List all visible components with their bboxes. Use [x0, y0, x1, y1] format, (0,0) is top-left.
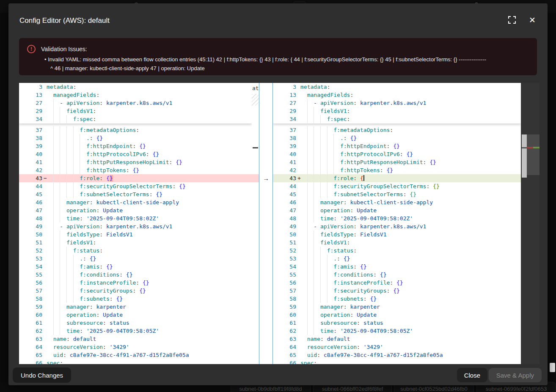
- code-line[interactable]: 50 fieldsType: FieldsV1: [19, 230, 252, 238]
- code-line[interactable]: 59 manager: karpenter: [19, 303, 252, 311]
- code-text: operation: Update: [47, 311, 252, 319]
- code-line[interactable]: 47 operation: Update: [273, 206, 521, 214]
- code-line[interactable]: 64 resourceVersion: '3429': [273, 343, 521, 351]
- code-line[interactable]: 56 f:instanceProfile: {}: [273, 279, 521, 287]
- code-line[interactable]: 65 uid: c8afe97e-38cc-4f91-a767-d15f2a8f…: [273, 351, 521, 359]
- code-line[interactable]: 58 f:subnets: {}: [273, 295, 521, 303]
- code-line[interactable]: 66spec:: [19, 359, 252, 364]
- code-line[interactable]: 46 manager: kubectl-client-side-apply: [19, 198, 252, 206]
- sticky-line[interactable]: 3metadata:: [273, 83, 521, 91]
- code-line[interactable]: 66spec:: [273, 359, 521, 364]
- code-line[interactable]: 52 f:status:: [19, 247, 252, 255]
- code-line[interactable]: 41 f:httpPutResponseHopLimit: {}: [19, 158, 252, 166]
- code-rows-left[interactable]: 37 f:metadataOptions:38 .: {}39 f:httpEn…: [19, 123, 252, 364]
- code-line[interactable]: 49 - apiVersion: karpenter.k8s.aws/v1: [273, 222, 521, 230]
- code-line[interactable]: 42 f:httpTokens: {}: [273, 166, 521, 174]
- code-line[interactable]: 39 f:httpEndpoint: {}: [273, 142, 521, 150]
- code-line[interactable]: 43− f:role: {}: [19, 174, 252, 182]
- code-line[interactable]: 62 time: '2025-09-04T09:58:05Z': [273, 327, 521, 335]
- code-line[interactable]: 61 subresource: status: [19, 319, 252, 327]
- diff-marker: [297, 115, 300, 123]
- code-line[interactable]: 65 uid: c8afe97e-38cc-4f91-a767-d15f2a8f…: [19, 351, 252, 359]
- sticky-line[interactable]: 13 managedFields:: [273, 91, 521, 99]
- code-line[interactable]: 48 time: '2025-09-04T09:58:02Z': [273, 214, 521, 222]
- fullscreen-button[interactable]: [508, 16, 516, 25]
- code-line[interactable]: 56 f:instanceProfile: {}: [19, 279, 252, 287]
- code-line[interactable]: 57 f:securityGroups: {}: [19, 287, 252, 295]
- code-text: f:spec:: [47, 115, 252, 123]
- code-line[interactable]: 40 f:httpProtocolIPv6: {}: [273, 150, 521, 158]
- sticky-line[interactable]: 13 managedFields:: [19, 91, 252, 99]
- code-line[interactable]: 64 resourceVersion: '3429': [19, 343, 252, 351]
- sticky-line[interactable]: 29 fieldsV1:: [273, 107, 521, 115]
- code-line[interactable]: 52 f:status:: [273, 247, 521, 255]
- code-line[interactable]: 45 f:subnetSelectorTerms: {}: [19, 190, 252, 198]
- sticky-line[interactable]: 3metadata:: [19, 83, 252, 91]
- code-line[interactable]: 38 .: {}: [273, 134, 521, 142]
- code-line[interactable]: 46 manager: kubectl-client-side-apply: [273, 198, 521, 206]
- code-line[interactable]: 61 subresource: status: [273, 319, 521, 327]
- code-line[interactable]: 58 f:subnets: {}: [19, 295, 252, 303]
- code-line[interactable]: 51 fieldsV1:: [19, 238, 252, 247]
- sticky-line[interactable]: 27 - apiVersion: karpenter.k8s.aws/v1: [273, 99, 521, 107]
- overview-ruler: [521, 83, 539, 364]
- close-button[interactable]: ✕: [528, 16, 537, 25]
- code-line[interactable]: 38 .: {}: [19, 134, 252, 142]
- undo-changes-button[interactable]: Undo Changes: [13, 367, 71, 383]
- code-text: f:conditions: {}: [47, 271, 252, 279]
- code-line[interactable]: 37 f:metadataOptions:: [273, 126, 521, 134]
- sticky-line[interactable]: 34 f:spec:: [19, 115, 252, 123]
- code-line[interactable]: 55 f:conditions: {}: [19, 271, 252, 279]
- diff-marker: [297, 295, 300, 303]
- code-line[interactable]: 54 f:amis: {}: [273, 263, 521, 271]
- line-number: 53: [273, 255, 297, 263]
- code-line[interactable]: 53 .: {}: [19, 255, 252, 263]
- diff-pane-original[interactable]: 3metadata:13 managedFields:27 - apiVersi…: [19, 83, 252, 364]
- code-line[interactable]: 48 time: '2025-09-04T09:58:02Z': [19, 214, 252, 222]
- code-line[interactable]: 49 - apiVersion: karpenter.k8s.aws/v1: [19, 222, 252, 230]
- code-line[interactable]: 40 f:httpProtocolIPv6: {}: [19, 150, 252, 158]
- code-line[interactable]: 57 f:securityGroups: {}: [273, 287, 521, 295]
- code-rows-right[interactable]: 37 f:metadataOptions:38 .: {}39 f:httpEn…: [273, 123, 521, 364]
- code-line[interactable]: 37 f:metadataOptions:: [19, 126, 252, 134]
- code-text: manager: karpenter: [47, 303, 252, 311]
- save-apply-button[interactable]: Save & Apply: [489, 368, 542, 382]
- code-line[interactable]: 44 f:securityGroupSelectorTerms: {}: [273, 182, 521, 190]
- scrollbar-slider[interactable]: [522, 134, 527, 178]
- page-scrollbar[interactable]: [550, 363, 555, 372]
- diff-pane-modified[interactable]: 3metadata:13 managedFields:27 - apiVersi…: [273, 83, 521, 364]
- line-number: 66: [273, 359, 297, 364]
- code-line[interactable]: 45 f:subnetSelectorTerms: {}: [273, 190, 521, 198]
- diff-sash[interactable]: →: [259, 83, 273, 364]
- code-line[interactable]: 59 manager: karpenter: [273, 303, 521, 311]
- code-line[interactable]: 60 operation: Update: [19, 311, 252, 319]
- sticky-line[interactable]: 27 - apiVersion: karpenter.k8s.aws/v1: [19, 99, 252, 107]
- code-line[interactable]: 54 f:amis: {}: [19, 263, 252, 271]
- code-line[interactable]: 62 time: '2025-09-04T09:58:05Z': [19, 327, 252, 335]
- revert-change-arrow-icon[interactable]: →: [259, 174, 272, 182]
- code-line[interactable]: 55 f:conditions: {}: [273, 271, 521, 279]
- sticky-line[interactable]: 34 f:spec:: [273, 115, 521, 123]
- code-line[interactable]: 63 name: default: [273, 335, 521, 343]
- code-line[interactable]: 43+ f:role: {: [273, 174, 521, 182]
- code-line[interactable]: 41 f:httpPutResponseHopLimit: {}: [273, 158, 521, 166]
- code-line[interactable]: 42 f:httpTokens: {}: [19, 166, 252, 174]
- diff-marker: [44, 335, 47, 343]
- code-text: f:status:: [47, 247, 252, 255]
- diff-marker: [297, 206, 300, 214]
- code-text: f:subnetSelectorTerms: {}: [300, 190, 521, 198]
- code-line[interactable]: 39 f:httpEndpoint: {}: [19, 142, 252, 150]
- code-line[interactable]: 51 fieldsV1:: [273, 238, 521, 247]
- close-modal-button[interactable]: Close: [457, 368, 487, 382]
- code-line[interactable]: 44 f:securityGroupSelectorTerms: {}: [19, 182, 252, 190]
- code-line[interactable]: 50 fieldsType: FieldsV1: [273, 230, 521, 238]
- line-number: 56: [19, 279, 44, 287]
- diff-marker: [44, 222, 47, 230]
- line-number: 29: [273, 107, 297, 115]
- code-line[interactable]: 60 operation: Update: [273, 311, 521, 319]
- code-line[interactable]: 47 operation: Update: [19, 206, 252, 214]
- code-line[interactable]: 53 .: {}: [273, 255, 521, 263]
- minimap-slider[interactable]: [527, 134, 539, 175]
- code-line[interactable]: 63 name: default: [19, 335, 252, 343]
- sticky-line[interactable]: 29 fieldsV1:: [19, 107, 252, 115]
